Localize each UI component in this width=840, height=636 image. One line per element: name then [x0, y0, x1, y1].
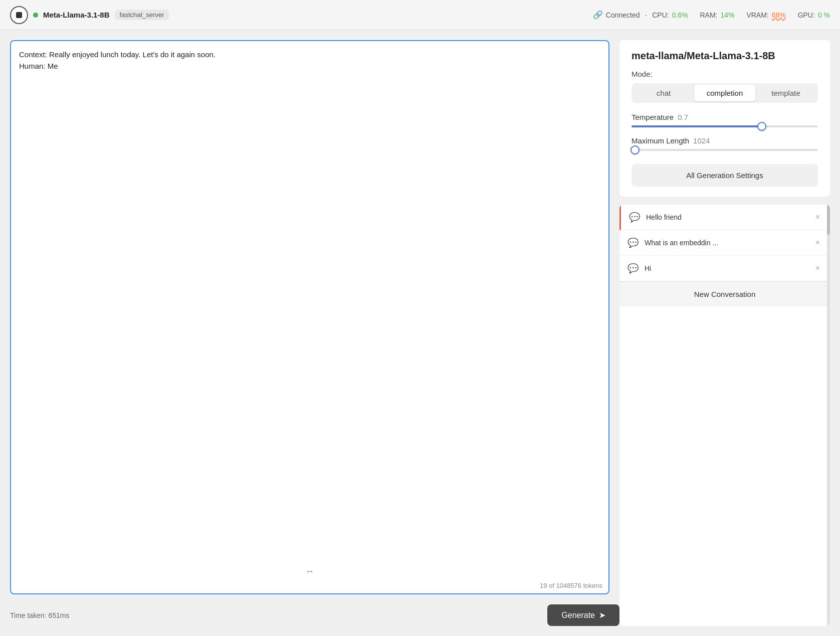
- vram-value: 68%: [772, 11, 786, 19]
- generate-button[interactable]: Generate ➤: [547, 604, 619, 626]
- right-panel: meta-llama/Meta-Llama-3.1-8B Mode: chat …: [619, 40, 830, 626]
- scrollbar-thumb[interactable]: [827, 205, 830, 235]
- temperature-label: Temperature: [632, 113, 674, 121]
- cpu-value: 0.6%: [672, 11, 688, 19]
- send-icon: ➤: [599, 610, 605, 620]
- conversation-icon: 💬: [629, 212, 640, 223]
- new-conversation-button[interactable]: New Conversation: [619, 281, 830, 306]
- max-length-label: Maximum Length: [632, 136, 689, 145]
- stop-icon: [16, 12, 22, 18]
- server-badge: fastchat_server: [115, 10, 169, 20]
- temperature-thumb[interactable]: [757, 122, 766, 131]
- cpu-label: CPU:: [652, 11, 669, 19]
- conversation-icon: 💬: [627, 263, 639, 274]
- main-layout: ↔ 19 of 1048576 tokens Time taken: 651ms…: [0, 30, 840, 636]
- prompt-panel: ↔ 19 of 1048576 tokens: [10, 40, 609, 594]
- scrollbar-track: [827, 205, 830, 626]
- temperature-slider[interactable]: [632, 125, 818, 127]
- vram-label: VRAM:: [746, 11, 768, 19]
- connection-status: Connected: [606, 11, 640, 19]
- temperature-fill: [632, 125, 762, 127]
- time-taken: Time taken: 651ms: [10, 611, 70, 619]
- max-length-param: Maximum Length 1024: [632, 136, 818, 151]
- status-indicator: [33, 13, 38, 18]
- mode-tab-template[interactable]: template: [755, 85, 816, 101]
- ram-label: RAM:: [700, 11, 717, 19]
- gpu-label: GPU:: [798, 11, 815, 19]
- generate-label: Generate: [561, 611, 595, 620]
- conversation-item[interactable]: 💬Hello friend×: [619, 205, 830, 230]
- bottom-bar: Time taken: 651ms Generate ➤: [10, 599, 619, 626]
- conversation-item[interactable]: 💬What is an embeddin ...×: [619, 230, 830, 256]
- settings-section: meta-llama/Meta-Llama-3.1-8B Mode: chat …: [619, 40, 830, 197]
- topbar-left: Meta-Llama-3.1-8B fastchat_server: [10, 6, 169, 24]
- stop-button[interactable]: [10, 6, 28, 24]
- mode-tab-completion[interactable]: completion: [694, 85, 755, 101]
- temperature-value: 0.7: [678, 113, 688, 121]
- max-length-value: 1024: [693, 136, 710, 145]
- conversations-panel: 💬Hello friend×💬What is an embeddin ...×💬…: [619, 205, 830, 626]
- conversation-title: Hello friend: [646, 213, 807, 221]
- token-count: 19 of 1048576 tokens: [11, 580, 608, 593]
- temperature-param: Temperature 0.7: [632, 113, 818, 127]
- topbar-stats: 🔗 Connected - CPU: 0.6% RAM: 14% VRAM: 6…: [593, 10, 830, 20]
- conversation-item[interactable]: 💬Hi×: [619, 256, 830, 281]
- model-name: Meta-Llama-3.1-8B: [43, 11, 110, 19]
- conversations-list: 💬Hello friend×💬What is an embeddin ...×💬…: [619, 205, 830, 281]
- conversation-title: Hi: [645, 264, 807, 272]
- resize-handle[interactable]: ↔: [11, 563, 608, 580]
- max-length-thumb[interactable]: [631, 145, 640, 154]
- left-column: ↔ 19 of 1048576 tokens Time taken: 651ms…: [10, 40, 619, 626]
- all-settings-button[interactable]: All Generation Settings: [632, 164, 818, 187]
- max-length-slider[interactable]: [632, 149, 818, 151]
- mode-label: Mode:: [632, 70, 818, 78]
- ram-value: 14%: [720, 11, 734, 19]
- topbar: Meta-Llama-3.1-8B fastchat_server 🔗 Conn…: [0, 0, 840, 30]
- conversation-close-button[interactable]: ×: [813, 212, 822, 223]
- conversation-title: What is an embeddin ...: [645, 239, 807, 247]
- mode-tab-chat[interactable]: chat: [633, 85, 694, 101]
- conversation-close-button[interactable]: ×: [813, 263, 822, 274]
- prompt-input[interactable]: [11, 41, 608, 563]
- conversation-icon: 💬: [627, 237, 639, 248]
- model-title: meta-llama/Meta-Llama-3.1-8B: [632, 50, 818, 62]
- connection-icon: 🔗: [593, 10, 603, 20]
- conversation-close-button[interactable]: ×: [813, 237, 822, 248]
- gpu-value: 0 %: [818, 11, 830, 19]
- mode-tabs: chat completion template: [632, 83, 818, 103]
